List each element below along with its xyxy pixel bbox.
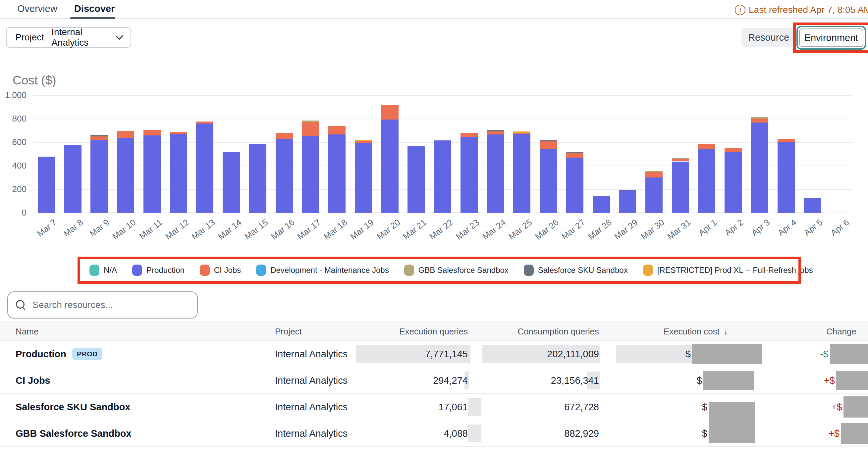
bar-segment xyxy=(540,149,557,213)
execution-cost-label: Execution cost xyxy=(663,326,720,337)
legend-label: GBB Salesforce Sandbox xyxy=(418,265,508,275)
legend-color-chip xyxy=(200,265,210,276)
project-cell: Internal Analytics xyxy=(275,420,347,447)
resource-name-cell: CI Jobs xyxy=(16,367,50,394)
bar-segment xyxy=(778,139,795,142)
resource-name: CI Jobs xyxy=(16,375,50,386)
chevron-down-icon xyxy=(116,32,123,40)
bar-segment xyxy=(196,122,213,124)
project-filter-label: Project xyxy=(15,32,44,43)
x-axis-tick-label: Mar 17 xyxy=(296,217,323,242)
legend-label: N/A xyxy=(104,265,117,275)
column-header-execution-queries[interactable]: Execution queries xyxy=(399,322,468,341)
legend-item[interactable]: [RESTRICTED] Prod XL -- Full-Refresh job… xyxy=(643,265,813,276)
tab-overview[interactable]: Overview xyxy=(17,3,57,14)
consumption-queries-cell: 202,111,009 xyxy=(547,341,599,367)
x-axis-tick-label: Mar 27 xyxy=(560,217,587,242)
project-cell: Internal Analytics xyxy=(275,394,347,420)
table-row-ci-jobs[interactable]: CI JobsInternal Analytics294,27423,156,3… xyxy=(0,367,868,394)
active-tab-underline xyxy=(70,17,115,19)
legend-color-chip xyxy=(256,265,266,276)
consumption-queries-cell: 882,929 xyxy=(564,420,599,447)
y-axis-tick-label: 1,000 xyxy=(0,90,27,100)
bar-segment xyxy=(434,140,451,213)
table-column-divider xyxy=(268,322,268,447)
bar-segment xyxy=(487,134,504,213)
bar-segment xyxy=(698,149,715,213)
bar-segment xyxy=(355,141,372,143)
bar-segment xyxy=(487,131,504,134)
legend-item[interactable]: Development - Maintenance Jobs xyxy=(256,265,389,276)
x-axis-tick-label: Mar 26 xyxy=(533,217,561,242)
legend-item[interactable]: N/A xyxy=(89,265,117,276)
bar-segment xyxy=(645,172,662,178)
bar-segment xyxy=(328,126,345,134)
bar-segment xyxy=(381,120,399,213)
redaction-box xyxy=(692,344,762,364)
execution-queries-cell: 17,061 xyxy=(438,394,468,420)
x-axis-tick-label: Mar 16 xyxy=(269,217,297,242)
chart-legend: N/AProductionCI JobsDevelopment - Mainte… xyxy=(89,261,788,279)
bar-segment xyxy=(144,135,161,213)
redaction-box xyxy=(841,423,868,444)
bar-segment xyxy=(461,133,478,137)
search-input[interactable] xyxy=(32,299,189,311)
x-axis-tick-label: Mar 29 xyxy=(612,217,640,242)
table-row-production[interactable]: ProductionPRODInternal Analytics7,771,14… xyxy=(0,341,868,367)
bar-segment xyxy=(487,130,504,131)
x-axis-tick-label: Mar 13 xyxy=(190,217,217,242)
x-axis-tick-label: Mar 31 xyxy=(665,217,693,242)
x-axis-tick-label: Mar 30 xyxy=(639,217,666,242)
redaction-box xyxy=(830,344,868,364)
bar-segment xyxy=(751,123,768,213)
x-axis-tick-label: Mar 22 xyxy=(427,217,455,242)
x-axis-tick-label: Mar 23 xyxy=(454,217,482,242)
tab-discover[interactable]: Discover xyxy=(74,3,115,14)
bar-segment xyxy=(461,137,478,213)
legend-item[interactable]: GBB Salesforce Sandbox xyxy=(404,265,508,276)
x-axis-tick-label: Mar 24 xyxy=(480,217,508,242)
bar-segment xyxy=(566,158,583,213)
bar-segment xyxy=(196,124,213,213)
resource-toggle-button[interactable]: Resource xyxy=(741,28,796,47)
prod-badge: PROD xyxy=(72,348,102,360)
column-header-execution-cost[interactable]: Execution cost ↓ xyxy=(663,322,728,341)
bar-segment xyxy=(513,131,530,133)
bar-segment xyxy=(117,138,134,213)
redaction-box xyxy=(836,371,868,390)
highlight-box xyxy=(616,345,692,363)
bar-segment xyxy=(566,153,583,158)
cost-dashboard-page: Overview Discover ! Last refreshed Apr 7… xyxy=(0,0,868,451)
legend-item[interactable]: Salesforce SKU Sandbox xyxy=(524,265,628,276)
x-axis-tick-label: Apr 1 xyxy=(696,217,719,238)
legend-label: [RESTRICTED] Prod XL -- Full-Refresh job… xyxy=(657,265,813,275)
execution-cost-cell: $ xyxy=(702,394,707,420)
legend-label: Production xyxy=(147,265,185,275)
bar-segment xyxy=(724,152,742,213)
bar-segment xyxy=(38,157,55,213)
x-axis-tick-label: Mar 9 xyxy=(88,217,111,239)
bar-segment xyxy=(593,196,610,213)
legend-item[interactable]: CI Jobs xyxy=(200,265,241,276)
x-axis-tick-label: Mar 12 xyxy=(163,217,191,242)
bar-segment xyxy=(276,139,293,213)
legend-label: Salesforce SKU Sandbox xyxy=(538,265,628,275)
project-cell: Internal Analytics xyxy=(275,341,347,367)
x-axis-tick-label: Mar 11 xyxy=(137,217,164,241)
execution-cost-cell: $ xyxy=(685,341,691,367)
legend-item[interactable]: Production xyxy=(132,265,185,276)
column-header-project[interactable]: Project xyxy=(275,322,302,341)
column-header-change[interactable]: Change xyxy=(826,322,857,341)
legend-label: Development - Maintenance Jobs xyxy=(270,265,389,275)
legend-label: CI Jobs xyxy=(214,265,241,275)
legend-color-chip xyxy=(524,265,534,276)
last-refreshed-text: Last refreshed Apr 7, 8:05 AM PD xyxy=(749,5,868,15)
column-header-consumption-queries[interactable]: Consumption queries xyxy=(518,322,599,341)
bar-segment xyxy=(566,152,583,153)
project-filter-dropdown[interactable]: Project Internal Analytics xyxy=(6,27,131,48)
x-axis-tick-label: Apr 2 xyxy=(723,217,745,238)
environment-toggle-button[interactable]: Environment xyxy=(799,29,863,47)
column-header-name[interactable]: Name xyxy=(16,322,38,341)
gridline-1000 xyxy=(33,95,852,96)
execution-queries-cell: 294,274 xyxy=(433,367,468,394)
